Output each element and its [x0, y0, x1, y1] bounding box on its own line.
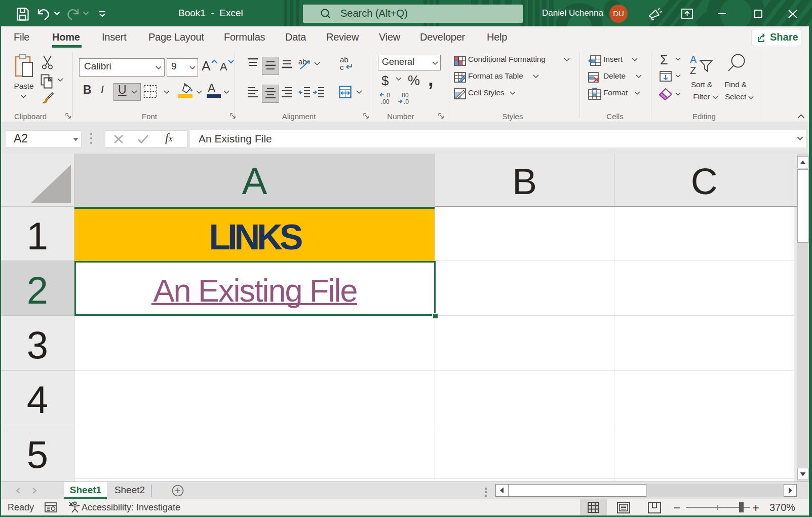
svg-text:.00: .00 [381, 98, 390, 105]
svg-text:.0: .0 [404, 98, 409, 105]
svg-text:.00: .00 [400, 92, 409, 99]
svg-text:c: c [340, 63, 344, 71]
svg-text:.0: .0 [385, 92, 390, 99]
